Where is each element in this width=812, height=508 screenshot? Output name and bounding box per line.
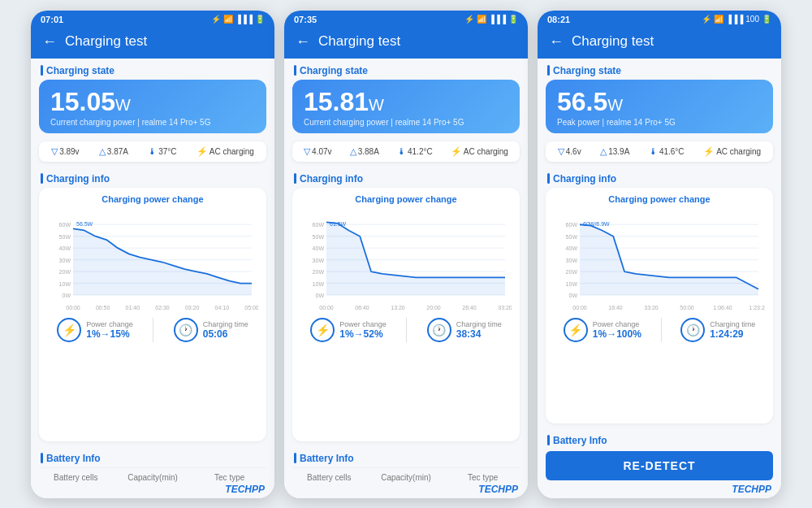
charging-time-info: Charging time 38:34 xyxy=(456,320,502,340)
charging-power-value: 15.81W xyxy=(304,88,508,116)
charging-power-label: Current charging power | realme 14 Pro+ … xyxy=(50,118,255,127)
svg-text:04:10: 04:10 xyxy=(215,305,230,310)
svg-text:26:40: 26:40 xyxy=(462,305,477,310)
chart-title: Charging power change xyxy=(300,194,512,204)
current-stat: △ 3.88A xyxy=(350,146,379,157)
charging-state-label: Charging state xyxy=(31,59,274,80)
charging-power-value: 56.5W xyxy=(557,88,762,116)
battery-info-label: Battery Info xyxy=(31,446,274,467)
chart-bottom: ⚡ Power change 1%→100% 🕐 Charging time 1… xyxy=(554,318,765,342)
charging-stats: ▽ 4.07v △ 3.88A 🌡 41.2°C ⚡ AC charging xyxy=(292,141,520,162)
battery-info-section: Battery Info Battery cellsCapacity(min)T… xyxy=(31,446,274,498)
current-value: 3.87A xyxy=(107,147,128,156)
svg-text:20W: 20W xyxy=(313,269,325,275)
top-bar: ← Charging test xyxy=(284,27,528,59)
svg-text:10W: 10W xyxy=(59,280,71,286)
charging-time-stat: 🕐 Charging time 1:24:29 xyxy=(680,318,755,342)
charging-time-icon: 🕐 xyxy=(427,318,451,342)
battery-col-0: Battery cells xyxy=(292,473,366,482)
voltage-stat: ▽ 3.89v xyxy=(51,146,79,157)
stat-divider xyxy=(406,318,407,342)
wifi-icon: 📶 xyxy=(223,15,233,24)
chart-bottom: ⚡ Power change 1%→15% 🕐 Charging time 05… xyxy=(47,318,258,342)
content-area: Charging state 15.81W Current charging p… xyxy=(284,59,528,498)
techpp-badge: TECHPP xyxy=(538,484,781,498)
charging-state-card: 56.5W Peak power | realme 14 Pro+ 5G xyxy=(546,80,773,133)
phones-container: 07:01 ⚡ 📶 ▐▐▐ 🔋 ← Charging test Charging… xyxy=(31,11,781,498)
signal-icon: ▐▐▐ xyxy=(235,15,253,24)
chart-title: Charging power change xyxy=(554,194,765,204)
svg-text:1:23:20: 1:23:20 xyxy=(749,305,765,310)
ac-icon: ⚡ xyxy=(197,146,208,157)
battery-icon: 🔋 xyxy=(508,15,518,24)
svg-text:50W: 50W xyxy=(313,233,325,239)
chart-area: 0W10W20W30W40W50W60W 00:0006:4013:2020:0… xyxy=(300,207,512,313)
bluetooth-icon: ⚡ xyxy=(464,15,474,24)
svg-text:30W: 30W xyxy=(59,257,71,263)
voltage-icon: ▽ xyxy=(51,146,58,157)
charging-time-label: Charging time xyxy=(710,320,755,328)
signal-icon: ▐▐▐ xyxy=(726,15,743,24)
charging-time-info: Charging time 05:06 xyxy=(203,320,248,340)
svg-text:01:40: 01:40 xyxy=(126,305,140,310)
svg-text:00:50: 00:50 xyxy=(96,305,110,310)
status-time: 08:21 xyxy=(547,15,570,24)
redetect-button[interactable]: RE-DETECT xyxy=(546,451,773,480)
svg-text:33:20: 33:20 xyxy=(644,305,659,310)
charging-state-card: 15.81W Current charging power | realme 1… xyxy=(292,80,520,133)
charging-info-card: Charging power change 0W10W20W30W40W50W6… xyxy=(39,188,266,441)
battery-icon: 🔋 xyxy=(762,15,771,24)
power-change-value: 1%→52% xyxy=(339,328,387,340)
power-change-icon: ⚡ xyxy=(564,318,588,342)
temp-stat: 🌡 37°C xyxy=(148,146,176,156)
charging-state-label: Charging state xyxy=(284,59,528,80)
ac-icon: ⚡ xyxy=(451,146,462,157)
battery-info-section: Battery Info RE-DETECT TECHPP xyxy=(538,428,781,498)
status-icons: ⚡ 📶 ▐▐▐ 🔋 xyxy=(211,15,265,24)
current-icon: △ xyxy=(600,146,607,157)
charging-time-value: 05:06 xyxy=(203,328,248,340)
status-time: 07:35 xyxy=(294,15,317,24)
voltage-stat: ▽ 4.6v xyxy=(558,146,581,157)
top-bar: ← Charging test xyxy=(538,27,781,59)
charging-time-stat: 🕐 Charging time 05:06 xyxy=(174,318,248,342)
techpp-badge: TECHPP xyxy=(284,484,528,498)
power-change-label: Power change xyxy=(593,320,641,328)
status-bar: 07:01 ⚡ 📶 ▐▐▐ 🔋 xyxy=(31,11,274,27)
charging-time-stat: 🕐 Charging time 38:34 xyxy=(427,318,502,342)
svg-text:06:40: 06:40 xyxy=(355,305,369,310)
back-button[interactable]: ← xyxy=(42,33,57,50)
svg-text:56.5W: 56.5W xyxy=(76,221,93,227)
power-unit: W xyxy=(369,96,384,114)
charging-type-value: AC charging xyxy=(716,147,761,156)
voltage-icon: ▽ xyxy=(558,146,564,157)
phone-1: 07:01 ⚡ 📶 ▐▐▐ 🔋 ← Charging test Charging… xyxy=(31,11,274,498)
temp-stat: 🌡 41.2°C xyxy=(397,146,433,156)
charging-stats: ▽ 3.89v △ 3.87A 🌡 37°C ⚡ AC charging xyxy=(39,141,266,162)
svg-text:50W: 50W xyxy=(59,233,71,239)
battery-col-1: Capacity(min) xyxy=(116,473,190,482)
battery-info-label: Battery Info xyxy=(538,428,781,449)
svg-text:05:00: 05:00 xyxy=(244,305,258,310)
svg-text:13:20: 13:20 xyxy=(391,305,405,310)
status-bar: 08:21 ⚡ 📶 ▐▐▐ 100 🔋 xyxy=(538,11,781,27)
current-value: 3.88A xyxy=(358,147,379,156)
svg-text:0W: 0W xyxy=(63,293,71,298)
current-icon: △ xyxy=(99,146,106,157)
svg-text:20W: 20W xyxy=(59,269,71,275)
current-value: 13.9A xyxy=(608,147,629,156)
svg-text:40W: 40W xyxy=(566,245,578,251)
back-button[interactable]: ← xyxy=(549,33,564,50)
battery-icon: 🔋 xyxy=(255,15,265,24)
svg-text:30W: 30W xyxy=(566,257,578,263)
battery-info-label: Battery Info xyxy=(284,446,528,467)
back-button[interactable]: ← xyxy=(296,33,310,50)
svg-text:20:00: 20:00 xyxy=(426,305,441,310)
svg-text:33:20: 33:20 xyxy=(498,305,512,310)
page-title: Charging test xyxy=(572,33,654,50)
svg-text:40W: 40W xyxy=(313,245,325,251)
charging-info-card: Charging power change 0W10W20W30W40W50W6… xyxy=(292,188,520,441)
svg-text:61.5W: 61.5W xyxy=(330,221,347,227)
battery-level: 100 xyxy=(745,15,759,24)
voltage-value: 4.07v xyxy=(312,147,331,156)
